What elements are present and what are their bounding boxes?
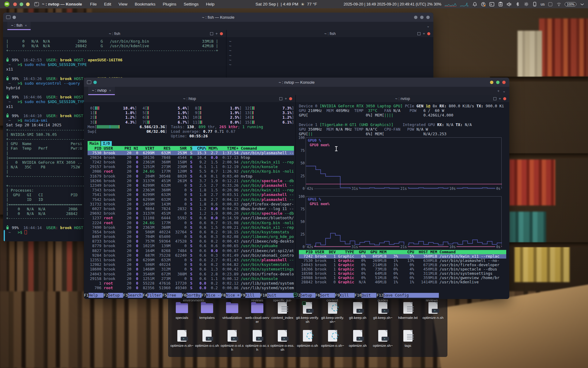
col-header-gpu[interactable]: GPU: [354, 250, 366, 254]
date-label[interactable]: Sat 20 Sep |: [255, 2, 278, 6]
status-clocks[interactable]: 2025-09-20 | 16:49 2025-09-20 | 20:49:41…: [344, 2, 441, 6]
col-header-command[interactable]: Command: [437, 250, 506, 254]
updates-icon[interactable]: [481, 2, 486, 7]
col-header-command[interactable]: Command: [239, 146, 294, 151]
col-header-cpu[interactable]: CPU: [398, 250, 414, 254]
col-header-gpumem[interactable]: GPU MEM: [366, 250, 386, 254]
fkey-search[interactable]: Search: [128, 293, 143, 298]
time-label[interactable]: | 4:49 PM: [281, 2, 298, 6]
col-header-pid[interactable]: PID: [88, 146, 101, 151]
fkey-help[interactable]: Help: [89, 293, 104, 298]
split-view-icon[interactable]: [279, 97, 282, 100]
desktop-icon-git-keep-sh[interactable]: >_git-keep.sh: [345, 301, 370, 329]
new-tab-icon[interactable]: +: [285, 97, 287, 100]
desktop-icon-optimize-n-sh-[interactable]: >_optimize-n.sh~: [169, 329, 194, 357]
process-row[interactable]: 31679brook200204M305488020S4.90.10:03.40…: [88, 174, 294, 178]
gpu-process-row[interactable]: 24043brook1Graphic0%214MiB1%0%671MiB/usr…: [299, 263, 506, 267]
process-row[interactable]: 31732brook2002459M143M0S1.80.60:00.03/op…: [88, 202, 294, 206]
htop-tab-main[interactable]: Main: [88, 141, 100, 146]
close-button[interactable]: [502, 81, 506, 84]
fish-window-titlebar[interactable]: ~ : fish — Konsole: [3, 13, 433, 22]
process-row[interactable]: 6027brook200980478242832S1.20.00:04.25db…: [88, 206, 294, 211]
col-header-res[interactable]: RES: [154, 146, 171, 151]
menubar-item-bookmarks[interactable]: Bookmarks: [135, 2, 156, 6]
process-row[interactable]: 8827brook200164M82687484S0.60.00:00.87/u…: [88, 248, 294, 253]
maximize-button[interactable]: [496, 81, 499, 84]
tab-nvtop[interactable]: ~ : nvtop ×: [88, 87, 115, 95]
process-row[interactable]: 2224root20024.6G177M0S0.60.70:15.08/usr/…: [88, 220, 294, 225]
col-header-shr[interactable]: SHR: [171, 146, 187, 151]
desktop-icon-specials[interactable]: specials: [169, 301, 194, 329]
wifi-icon[interactable]: [556, 2, 562, 7]
fkey-filter[interactable]: Filter: [147, 293, 162, 298]
process-table-header[interactable]: PIDUSERPRINIVIRTRESSHRSCPU%MEM%TIME+Comm…: [88, 146, 294, 151]
fkey-kill[interactable]: Kill: [340, 293, 355, 298]
menubar-item-plugins[interactable]: Plugins: [163, 2, 176, 6]
col-header-pid[interactable]: PID: [299, 250, 313, 254]
desktop-icon-templates[interactable]: templates: [194, 301, 220, 329]
new-tab-icon[interactable]: +: [499, 97, 501, 100]
fkey-quit[interactable]: Quit: [267, 293, 294, 298]
fkey-setup[interactable]: Setup: [300, 293, 315, 298]
cpu-sparkline[interactable]: [444, 2, 457, 7]
maximize-button[interactable]: [420, 16, 424, 19]
process-row[interactable]: 24043brook2003546M672M388MS0.62.80:23.89…: [88, 272, 294, 276]
desktop-icon-optimize-o-ol-sh[interactable]: >_optimize-o-ol.sh: [220, 329, 245, 357]
process-row[interactable]: 18600brook2001468M312M0S0.61.30:00.42/us…: [88, 267, 294, 271]
desktop-icon-optimize-o-c-sh[interactable]: >_optimize-o-c.sh: [194, 329, 220, 357]
fkey-quit[interactable]: Quit: [361, 293, 376, 298]
col-header-type[interactable]: TYPE: [336, 250, 354, 254]
process-row[interactable]: 7530brook2006299M632M253MS15.32.71:37.54…: [88, 151, 294, 155]
gpu-process-row[interactable]: 7242brook1Graphic6%605MiB3%5%360MiB/usr/…: [299, 254, 506, 259]
col-header-mem[interactable]: MEM%: [206, 146, 218, 151]
htop-body[interactable]: 0[18.4%]4[5.4%]8[1.8%]12[7.3%]1[1.8%]5[1…: [84, 102, 295, 299]
close-pane-icon[interactable]: [427, 32, 430, 35]
minimize-button[interactable]: [26, 2, 30, 6]
tab-close-icon[interactable]: ×: [109, 89, 111, 92]
col-header-time[interactable]: TIME+: [218, 146, 239, 151]
desktop-icon-optimize-o-sh-[interactable]: optimize-o.sh~: [320, 329, 345, 357]
col-header-dev[interactable]: DEV: [326, 250, 336, 254]
process-row[interactable]: 7654brook200506M4022432764S0.60.20:18.15…: [88, 230, 294, 234]
close-button[interactable]: [426, 16, 430, 19]
clipboard-icon[interactable]: [498, 2, 503, 7]
splitter-handle-icon[interactable]: +: [293, 293, 297, 297]
process-row[interactable]: 7541brook2006299M632M0S1.82.70:03.51/usr…: [88, 192, 294, 197]
process-row[interactable]: 18266brook2003137M451M261MS3.71.90:12.21…: [88, 178, 294, 183]
process-row[interactable]: 29834brook2001013678484544R10.40.00:17.1…: [88, 155, 294, 160]
weather-label[interactable]: 77 °F: [307, 2, 317, 6]
chevron-down-icon[interactable]: [579, 2, 585, 7]
col-header-spacer[interactable]: [386, 250, 398, 254]
col-header-user[interactable]: USER: [101, 146, 122, 151]
process-row[interactable]: 12349brook2006299M632M0S2.52.70:33.26/us…: [88, 183, 294, 188]
process-row[interactable]: 8779brook2001021M139M0S0.60.60:00.65/usr…: [88, 243, 294, 248]
menubar-item-settings[interactable]: Settings: [184, 2, 199, 6]
desktop-icon-content-index[interactable]: content_index: [270, 301, 295, 329]
fkey-sort[interactable]: Sort: [320, 293, 335, 298]
gpu-process-row[interactable]: 18598brook1Graphic0%64MiB0%0%311MiB/usr/…: [299, 271, 506, 276]
opensuse-logo-icon[interactable]: [4, 2, 9, 7]
menubar-item-file[interactable]: File: [90, 2, 97, 6]
process-table[interactable]: 7530brook2006299M632M253MS15.32.71:37.54…: [88, 151, 294, 290]
close-pane-icon[interactable]: [503, 97, 506, 100]
minimize-button[interactable]: [414, 16, 417, 19]
desktop-icon-git-keep-verify-sh-[interactable]: git-keep-verify.sh~: [320, 301, 345, 329]
col-header-ni[interactable]: NI: [131, 146, 138, 151]
menubar-item-edit[interactable]: Edit: [104, 2, 111, 6]
col-header-cpu[interactable]: CPU%: [192, 146, 206, 151]
col-header-hostmem[interactable]: HOST MEM: [414, 250, 437, 254]
fkey-saveconfig[interactable]: Save Config: [383, 293, 439, 298]
battery-indicator[interactable]: 100%: [565, 2, 576, 6]
konsole-tray-icon[interactable]: [489, 2, 495, 7]
fkey-kill[interactable]: Kill: [245, 293, 260, 298]
process-row[interactable]: 7490brook2002363M360M0S0.61.50:09.21/usr…: [88, 225, 294, 230]
gpu-process-row[interactable]: 28842brook0GraphicN/A46MiB1%1%1414MiB/us…: [299, 280, 506, 284]
nvtop-window-titlebar[interactable]: ~ : nvtop — Konsole: [84, 78, 509, 87]
fkey-nice[interactable]: Nice +: [226, 293, 241, 298]
volume-icon[interactable]: [506, 2, 512, 7]
process-row[interactable]: 29157brook2001251M273M236MS6.11.10:12.19…: [88, 164, 294, 169]
process-row[interactable]: 7242brook2002361M360M158MS9.21.52:00.94/…: [88, 160, 294, 164]
keyboard-layout-indicator[interactable]: us: [541, 2, 545, 6]
col-header-user[interactable]: USER: [313, 250, 326, 254]
close-pane-icon[interactable]: [289, 97, 292, 100]
